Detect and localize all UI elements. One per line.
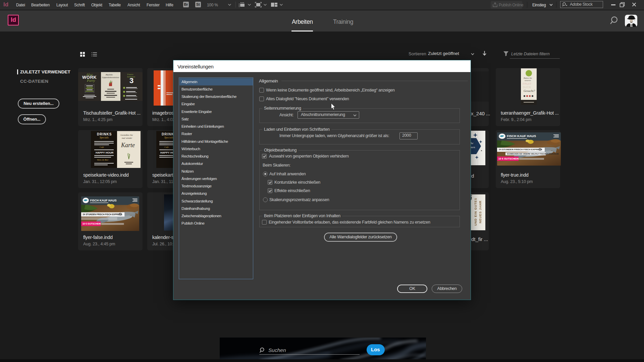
svg-text:10 € GUTSCHEIN: 10 € GUTSCHEIN bbox=[498, 158, 519, 160]
svg-text:10 € GUTSCHEIN: 10 € GUTSCHEIN bbox=[83, 223, 101, 225]
svg-text:FISCH KAUF HAUS: FISCH KAUF HAUS bbox=[90, 199, 116, 202]
svg-text:FISCH KAUF HAUS: FISCH KAUF HAUS bbox=[507, 135, 536, 138]
svg-text:24 STUNDEN FRISCH FISCH EXPRES: 24 STUNDEN FRISCH FISCH EXPRESS bbox=[499, 148, 542, 151]
svg-text:SCHMECKEN SIE UNSERE VIELFALT: SCHMECKEN SIE UNSERE VIELFALT FISCHKAUFH… bbox=[507, 153, 559, 155]
svg-text:24 STUNDEN FRISCH FISCH EXPRES: 24 STUNDEN FRISCH FISCH EXPRESS bbox=[83, 213, 122, 216]
